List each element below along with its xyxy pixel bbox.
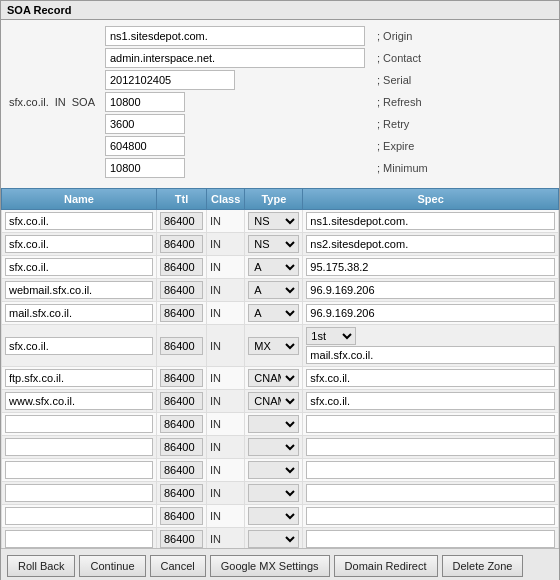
name-input[interactable] [5,484,153,502]
name-input[interactable] [5,212,153,230]
ttl-input[interactable] [160,461,203,479]
class-text: IN [210,261,221,273]
soa-domain: sfx.co.il. [9,96,49,108]
roll-back-button[interactable]: Roll Back [7,555,75,577]
ttl-input[interactable] [160,484,203,502]
table-row: INNSAMXCNAMETXTAAAAPTRSRV [2,367,559,390]
table-row: INNSAMXCNAMETXTAAAAPTRSRV [2,233,559,256]
spec-input[interactable] [306,415,555,433]
ttl-input[interactable] [160,369,203,387]
soa-expire-input[interactable] [105,136,185,156]
soa-retry-input[interactable] [105,114,185,134]
type-select[interactable]: NSAMXCNAMETXTAAAAPTRSRV [248,461,299,479]
type-select[interactable]: NSAMXCNAMETXTAAAAPTRSRV [248,337,299,355]
type-select[interactable]: NSAMXCNAMETXTAAAAPTRSRV [248,507,299,525]
class-text: IN [210,307,221,319]
type-select[interactable]: NSAMXCNAMETXTAAAAPTRSRV [248,530,299,548]
table-row: INNSAMXCNAMETXTAAAAPTRSRV [2,505,559,528]
type-select[interactable]: NSAMXCNAMETXTAAAAPTRSRV [248,281,299,299]
class-text: IN [210,487,221,499]
mx-mail-input[interactable] [306,346,555,364]
class-text: IN [210,284,221,296]
col-name: Name [2,189,157,210]
spec-input[interactable] [306,212,555,230]
ttl-input[interactable] [160,392,203,410]
ttl-input[interactable] [160,258,203,276]
cancel-button[interactable]: Cancel [150,555,206,577]
dns-table-container: Name Ttl Class Type Spec INNSAMXCNAMETXT… [1,188,559,548]
class-text: IN [210,238,221,250]
type-select[interactable]: NSAMXCNAMETXTAAAAPTRSRV [248,258,299,276]
spec-input[interactable] [306,392,555,410]
name-input[interactable] [5,438,153,456]
name-input[interactable] [5,369,153,387]
type-select[interactable]: NSAMXCNAMETXTAAAAPTRSRV [248,438,299,456]
google-mx-button[interactable]: Google MX Settings [210,555,330,577]
table-row: INNSAMXCNAMETXTAAAAPTRSRV [2,413,559,436]
table-header-row: Name Ttl Class Type Spec [2,189,559,210]
soa-contact-input[interactable] [105,48,365,68]
mx-priority-select[interactable]: 1st2nd3rd4th5th [306,327,356,345]
table-row: INNSAMXCNAMETXTAAAAPTRSRV [2,459,559,482]
spec-input[interactable] [306,438,555,456]
soa-origin-label: ; Origin [377,26,428,46]
table-row: INNSAMXCNAMETXTAAAAPTRSRV [2,390,559,413]
soa-serial-input[interactable] [105,70,235,90]
name-input[interactable] [5,507,153,525]
type-select[interactable]: NSAMXCNAMETXTAAAAPTRSRV [248,304,299,322]
type-select[interactable]: NSAMXCNAMETXTAAAAPTRSRV [248,212,299,230]
type-select[interactable]: NSAMXCNAMETXTAAAAPTRSRV [248,392,299,410]
ttl-input[interactable] [160,530,203,548]
name-input[interactable] [5,415,153,433]
soa-minimum-input[interactable] [105,158,185,178]
table-row: INNSAMXCNAMETXTAAAAPTRSRV [2,256,559,279]
col-type: Type [245,189,303,210]
ttl-input[interactable] [160,235,203,253]
type-select[interactable]: NSAMXCNAMETXTAAAAPTRSRV [248,415,299,433]
spec-input[interactable] [306,304,555,322]
name-input[interactable] [5,258,153,276]
spec-input[interactable] [306,369,555,387]
delete-zone-button[interactable]: Delete Zone [442,555,524,577]
spec-input[interactable] [306,530,555,548]
class-text: IN [210,340,221,352]
spec-input[interactable] [306,281,555,299]
spec-input[interactable] [306,235,555,253]
name-input[interactable] [5,235,153,253]
type-select[interactable]: NSAMXCNAMETXTAAAAPTRSRV [248,369,299,387]
soa-refresh-input[interactable] [105,92,185,112]
type-select[interactable]: NSAMXCNAMETXTAAAAPTRSRV [248,235,299,253]
class-text: IN [210,418,221,430]
name-input[interactable] [5,337,153,355]
continue-button[interactable]: Continue [79,555,145,577]
spec-input[interactable] [306,484,555,502]
name-input[interactable] [5,281,153,299]
spec-input[interactable] [306,258,555,276]
mx-spec-cell: 1st2nd3rd4th5th [306,327,555,364]
name-input[interactable] [5,304,153,322]
ttl-input[interactable] [160,281,203,299]
soa-nameserver-input[interactable] [105,26,365,46]
table-row: INNSAMXCNAMETXTAAAAPTRSRV1st2nd3rd4th5th [2,325,559,367]
ttl-input[interactable] [160,337,203,355]
soa-contact-label: ; Contact [377,48,428,68]
table-row: INNSAMXCNAMETXTAAAAPTRSRV [2,210,559,233]
name-input[interactable] [5,461,153,479]
title-text: SOA Record [7,4,71,16]
dns-table: Name Ttl Class Type Spec INNSAMXCNAMETXT… [1,188,559,548]
ttl-input[interactable] [160,507,203,525]
soa-record-type: IN [55,96,66,108]
class-text: IN [210,215,221,227]
soa-section: sfx.co.il. IN SOA ; Origin ; Contact ; S… [1,20,559,188]
ttl-input[interactable] [160,438,203,456]
name-input[interactable] [5,530,153,548]
ttl-input[interactable] [160,304,203,322]
domain-redirect-button[interactable]: Domain Redirect [334,555,438,577]
ttl-input[interactable] [160,212,203,230]
bottom-bar: Roll Back Continue Cancel Google MX Sett… [1,548,559,580]
spec-input[interactable] [306,461,555,479]
type-select[interactable]: NSAMXCNAMETXTAAAAPTRSRV [248,484,299,502]
spec-input[interactable] [306,507,555,525]
name-input[interactable] [5,392,153,410]
ttl-input[interactable] [160,415,203,433]
